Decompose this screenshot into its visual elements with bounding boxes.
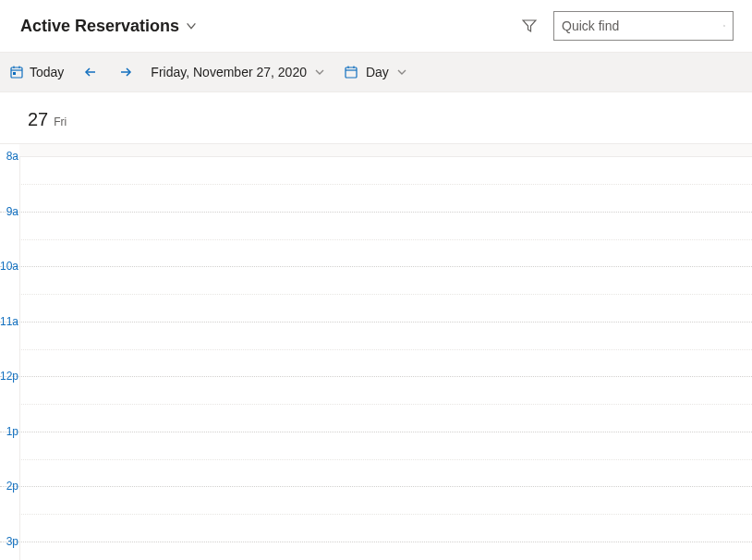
hour-label: 2p (0, 480, 18, 493)
prev-button[interactable] (75, 53, 106, 91)
day-name: Fri (54, 116, 67, 128)
filter-button[interactable] (518, 15, 540, 37)
view-selector[interactable]: Active Reservations (20, 17, 198, 36)
hour-row[interactable]: 8a (0, 157, 752, 213)
calendar-view: 27 Fri 8a 9a 10a 11a 12p 1p 2p 3p (0, 92, 752, 560)
svg-rect-3 (11, 67, 22, 78)
svg-line-2 (724, 26, 725, 27)
chevron-down-icon (314, 67, 325, 78)
arrow-left-icon (83, 65, 98, 79)
svg-rect-10 (346, 67, 357, 78)
today-label: Today (30, 65, 64, 79)
hour-row[interactable]: 10a (0, 267, 752, 323)
time-grid[interactable]: 8a 9a 10a 11a 12p 1p 2p 3p (0, 157, 752, 560)
all-day-row[interactable] (19, 144, 752, 157)
calendar-today-icon (9, 65, 24, 79)
svg-marker-0 (523, 20, 536, 31)
today-button[interactable]: Today (2, 53, 71, 91)
hour-label: 8a (0, 150, 18, 163)
day-header: 27 Fri (0, 92, 752, 144)
chevron-down-icon (185, 19, 198, 32)
arrow-right-icon (118, 65, 133, 79)
hour-label: 12p (0, 370, 18, 383)
search-input[interactable] (562, 18, 723, 33)
svg-rect-7 (13, 72, 16, 75)
hour-label: 1p (0, 425, 18, 438)
hour-row[interactable]: 3p (0, 542, 752, 561)
hour-row[interactable]: 11a (0, 323, 752, 378)
hour-label: 11a (0, 315, 18, 328)
hour-row[interactable]: 2p (0, 487, 752, 542)
header-bar: Active Reservations (0, 0, 752, 52)
current-date-label: Friday, November 27, 2020 (151, 65, 307, 79)
calendar-toolbar: Today Friday, November 27, 2020 Day (0, 52, 752, 92)
page-title: Active Reservations (20, 17, 179, 36)
next-button[interactable] (110, 53, 141, 91)
search-icon (723, 18, 725, 33)
search-box[interactable] (553, 11, 734, 41)
hour-label: 9a (0, 205, 18, 218)
hour-row[interactable]: 9a (0, 213, 752, 268)
svg-point-1 (723, 25, 724, 26)
header-actions (518, 11, 734, 41)
chevron-down-icon (396, 67, 407, 78)
hour-label: 3p (0, 535, 18, 548)
hour-label: 10a (0, 260, 18, 273)
date-picker-button[interactable]: Friday, November 27, 2020 (145, 53, 334, 91)
filter-icon (522, 18, 537, 33)
hour-row[interactable]: 12p (0, 377, 752, 432)
calendar-icon (344, 65, 358, 79)
view-mode-label: Day (366, 65, 389, 79)
view-mode-button[interactable]: Day (338, 53, 417, 91)
day-number: 27 (28, 109, 48, 130)
hour-row[interactable]: 1p (0, 432, 752, 488)
